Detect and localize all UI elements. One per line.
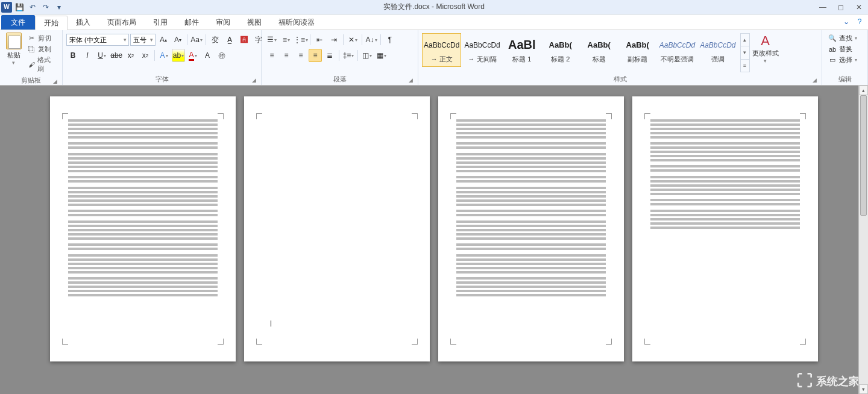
style-subtitle[interactable]: AaBb(副标题 <box>619 33 656 67</box>
text-effects-button[interactable]: A <box>157 49 171 62</box>
select-button[interactable]: ▭选择▾ <box>827 55 858 65</box>
editing-group-label: 编辑 <box>838 75 852 84</box>
multilevel-button[interactable]: ⋮≡ <box>294 33 307 46</box>
text-cursor <box>271 321 271 327</box>
minimize-button[interactable]: — <box>814 1 832 13</box>
window-controls: — ◻ ✕ <box>814 0 868 14</box>
gallery-down-button[interactable]: ▾ <box>741 46 749 59</box>
char-shading-button[interactable]: A <box>201 49 214 62</box>
bold-button[interactable]: B <box>66 49 80 62</box>
change-case-button[interactable]: Aa <box>190 33 203 46</box>
clear-format-button[interactable]: 🅰 <box>237 33 251 46</box>
clipboard-dialog-launcher[interactable]: ◢ <box>51 78 58 85</box>
font-size-combo[interactable]: 五号 <box>130 34 156 46</box>
copy-button[interactable]: ⿻复制 <box>27 44 58 54</box>
styles-dialog-launcher[interactable]: ◢ <box>811 77 818 84</box>
font-group-label: 字体 <box>156 75 169 84</box>
superscript-button[interactable]: x2 <box>139 49 152 62</box>
watermark: ⛶系统之家 <box>797 372 860 390</box>
close-button[interactable]: ✕ <box>850 1 868 13</box>
style-heading2[interactable]: AaBb(标题 2 <box>542 33 579 67</box>
tab-review[interactable]: 审阅 <box>207 15 239 30</box>
shading-button[interactable]: ◫ <box>360 49 374 62</box>
numbering-button[interactable]: ≡ <box>280 33 293 46</box>
cut-label: 剪切 <box>38 34 51 43</box>
undo-button[interactable]: ↶ <box>27 1 39 13</box>
tab-mailings[interactable]: 邮件 <box>176 15 207 30</box>
show-marks-button[interactable]: ¶ <box>383 33 397 46</box>
maximize-button[interactable]: ◻ <box>832 1 850 13</box>
char-border-button[interactable]: A̲ <box>223 33 236 46</box>
italic-button[interactable]: I <box>81 49 94 62</box>
gallery-expand-button[interactable]: ≡ <box>741 60 749 72</box>
group-styles: AaBbCcDd→ 正文 AaBbCcDd→ 无间隔 AaBl标题 1 AaBb… <box>418 30 822 85</box>
tab-insert[interactable]: 插入 <box>68 15 99 30</box>
find-button[interactable]: 🔍查找▾ <box>827 33 858 43</box>
painter-label: 格式刷 <box>37 55 57 73</box>
align-center-button[interactable]: ≡ <box>280 49 293 62</box>
minimize-ribbon-icon[interactable]: ⌄ <box>841 17 851 27</box>
redo-button[interactable]: ↷ <box>40 1 52 13</box>
distribute-button[interactable]: ≣ <box>323 49 336 62</box>
tab-view[interactable]: 视图 <box>239 15 270 30</box>
font-dialog-launcher[interactable]: ◢ <box>250 77 257 84</box>
tab-foxit[interactable]: 福昕阅读器 <box>270 15 323 30</box>
borders-button[interactable]: ▦ <box>375 49 388 62</box>
format-painter-button[interactable]: 🖌格式刷 <box>27 55 58 74</box>
align-right-button[interactable]: ≡ <box>294 49 307 62</box>
save-button[interactable]: 💾 <box>13 1 25 13</box>
qat-dropdown[interactable]: ▾ <box>53 1 65 13</box>
scroll-thumb[interactable] <box>860 95 867 216</box>
style-subtle-emphasis[interactable]: AaBbCcDd不明显强调 <box>658 33 697 67</box>
tab-references[interactable]: 引用 <box>145 15 176 30</box>
style-heading1[interactable]: AaBl标题 1 <box>503 33 541 67</box>
cut-button[interactable]: ✂剪切 <box>27 33 58 43</box>
align-left-button[interactable]: ≡ <box>265 49 278 62</box>
enclose-button[interactable]: ㊕ <box>215 49 228 62</box>
gallery-scroll: ▴ ▾ ≡ <box>740 33 750 72</box>
style-emphasis[interactable]: AaBbCcDd强调 <box>698 33 737 67</box>
justify-button[interactable]: ≡ <box>309 49 322 62</box>
document-area: ⛶系统之家 <box>0 86 868 394</box>
scissors-icon: ✂ <box>28 34 36 43</box>
decrease-indent-button[interactable]: ⇤ <box>313 33 326 46</box>
asian-layout-button[interactable]: ✕ <box>346 33 359 46</box>
paste-label: 粘贴 <box>7 51 20 60</box>
replace-button[interactable]: ab替换 <box>827 44 858 54</box>
gallery-up-button[interactable]: ▴ <box>741 34 749 46</box>
tab-home[interactable]: 开始 <box>35 16 68 30</box>
tab-layout[interactable]: 页面布局 <box>99 15 145 30</box>
style-title[interactable]: AaBb(标题 <box>580 33 618 67</box>
subscript-button[interactable]: x2 <box>124 49 137 62</box>
scroll-up-button[interactable]: ▴ <box>859 86 868 95</box>
replace-icon: ab <box>828 45 837 54</box>
scroll-down-button[interactable]: ▾ <box>859 384 868 394</box>
vertical-scrollbar[interactable]: ▴ ▾ <box>858 86 868 394</box>
style-normal[interactable]: AaBbCcDd→ 正文 <box>422 33 461 67</box>
styles-gallery: AaBbCcDd→ 正文 AaBbCcDd→ 无间隔 AaBl标题 1 AaBb… <box>421 31 739 74</box>
bullets-button[interactable]: ☰ <box>265 33 278 46</box>
font-family-combo[interactable]: 宋体 (中文正 <box>66 34 129 46</box>
increase-indent-button[interactable]: ⇥ <box>327 33 341 46</box>
font-color-button[interactable]: A <box>186 49 200 62</box>
change-styles-button[interactable]: A 更改样式 ▾ <box>751 31 780 74</box>
page-4[interactable] <box>632 96 818 361</box>
copy-label: 复制 <box>38 45 51 54</box>
file-tab[interactable]: 文件 <box>1 15 35 30</box>
style-nospacing[interactable]: AaBbCcDd→ 无间隔 <box>462 33 502 67</box>
line-spacing-button[interactable]: ‡≡ <box>342 49 355 62</box>
help-icon[interactable]: ? <box>855 17 864 27</box>
underline-button[interactable]: U <box>95 49 108 62</box>
page-3[interactable] <box>438 96 624 361</box>
grow-font-button[interactable]: A▴ <box>157 33 170 46</box>
highlight-button[interactable]: ab <box>172 49 185 62</box>
strikethrough-button[interactable]: abc <box>110 49 123 62</box>
page-1[interactable] <box>50 96 236 361</box>
shrink-font-button[interactable]: A▾ <box>171 33 184 46</box>
phonetic-guide-button[interactable]: 变 <box>209 33 222 46</box>
paste-button[interactable]: 粘贴 ▾ <box>2 31 25 76</box>
paragraph-dialog-launcher[interactable]: ◢ <box>407 77 414 84</box>
page-2[interactable] <box>244 96 430 361</box>
group-font: 宋体 (中文正 五号 A▴ A▾ Aa 变 A̲ 🅰 字 B I U abc <box>63 30 262 85</box>
sort-button[interactable]: A↓ <box>365 33 378 46</box>
